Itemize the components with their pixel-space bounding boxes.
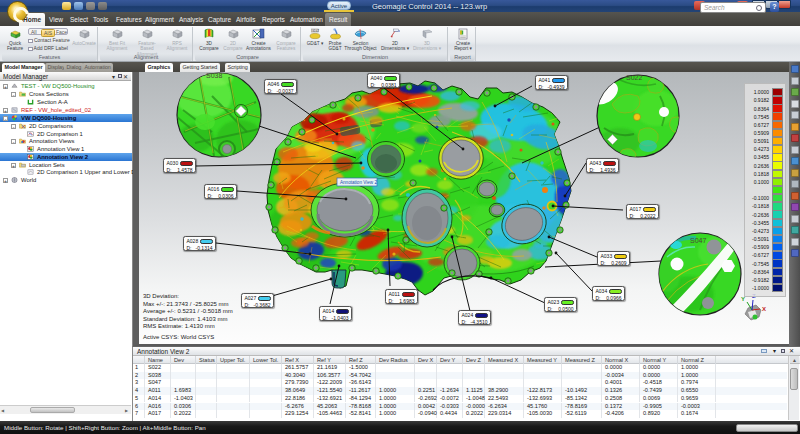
svg-text:X: X: [762, 306, 766, 312]
svg-text:S022: S022: [626, 74, 642, 81]
svg-text:S047: S047: [690, 237, 706, 244]
svg-text:Annotation View 2: Annotation View 2: [340, 180, 377, 185]
svg-text:S038: S038: [206, 72, 222, 79]
